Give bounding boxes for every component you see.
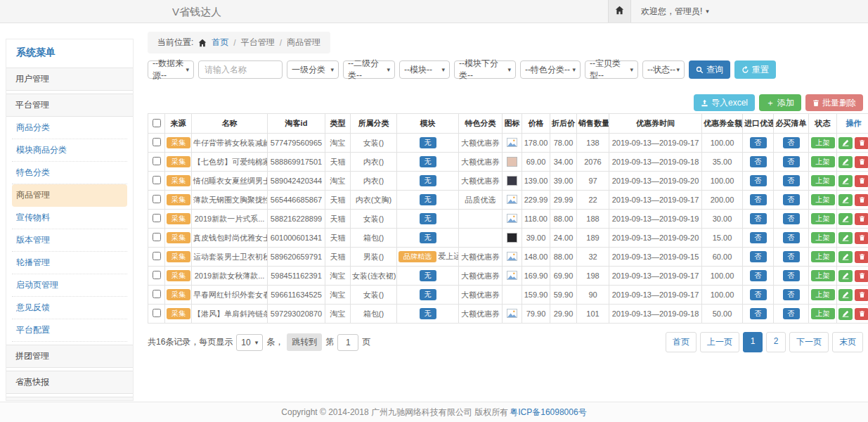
sidebar-item[interactable]: 平台配置 xyxy=(12,319,127,342)
must-buy-badge[interactable]: 否 xyxy=(783,175,800,186)
filter-select-module[interactable]: --模块--▾ xyxy=(399,60,450,79)
status-badge[interactable]: 上架 xyxy=(811,232,835,243)
edit-button[interactable] xyxy=(838,289,853,301)
jump-page-input[interactable] xyxy=(337,334,358,351)
import-select-badge[interactable]: 否 xyxy=(750,137,767,148)
edit-button[interactable] xyxy=(838,270,853,282)
import-select-badge[interactable]: 否 xyxy=(750,251,767,262)
filter-select-level1-category[interactable]: 一级分类▾ xyxy=(287,60,339,79)
filter-select-status[interactable]: --状态--▾ xyxy=(642,60,685,79)
status-badge[interactable]: 上架 xyxy=(811,308,835,319)
page-button[interactable]: 下一页 xyxy=(789,332,829,352)
jump-button[interactable]: 跳转到 xyxy=(287,333,322,351)
user-menu[interactable]: 欢迎您，管理员! ▾ xyxy=(631,0,709,23)
delete-button[interactable] xyxy=(855,251,868,263)
edit-button[interactable] xyxy=(838,194,853,206)
edit-button[interactable] xyxy=(838,251,853,263)
status-badge[interactable]: 上架 xyxy=(811,289,835,300)
per-page-select[interactable]: 10 ▾ xyxy=(236,334,263,351)
reset-button[interactable]: 重置 xyxy=(734,60,776,79)
row-checkbox[interactable] xyxy=(153,290,161,298)
must-buy-badge[interactable]: 否 xyxy=(783,137,800,148)
delete-button[interactable] xyxy=(855,308,868,320)
row-checkbox[interactable] xyxy=(153,214,161,222)
sidebar-item[interactable]: 商品分类 xyxy=(12,117,127,139)
icp-link[interactable]: 粤ICP备16098006号 xyxy=(510,407,586,418)
delete-button[interactable] xyxy=(855,270,868,282)
filter-select-item-type[interactable]: --宝贝类型--▾ xyxy=(585,60,638,79)
delete-button[interactable] xyxy=(855,213,868,225)
delete-button[interactable] xyxy=(855,156,868,168)
import-select-badge[interactable]: 否 xyxy=(750,308,767,319)
import-select-badge[interactable]: 否 xyxy=(750,232,767,243)
row-checkbox[interactable] xyxy=(153,157,161,165)
edit-button[interactable] xyxy=(838,175,853,187)
delete-button[interactable] xyxy=(855,175,868,187)
page-button[interactable]: 1 xyxy=(743,332,763,352)
sidebar-item[interactable]: 轮播管理 xyxy=(12,252,127,274)
delete-button[interactable] xyxy=(855,289,868,301)
search-button[interactable]: 查询 xyxy=(689,60,730,79)
sidebar-item[interactable]: 省惠快报 xyxy=(6,371,133,394)
status-badge[interactable]: 上架 xyxy=(811,156,835,167)
import-select-badge[interactable]: 否 xyxy=(750,270,767,281)
sidebar-item[interactable]: 模块商品分类 xyxy=(12,139,127,162)
edit-button[interactable] xyxy=(838,156,853,168)
sidebar-item[interactable]: 消息管理 xyxy=(6,397,133,401)
import-select-badge[interactable]: 否 xyxy=(750,194,767,205)
sidebar-item[interactable]: 意见反馈 xyxy=(12,297,127,319)
filter-select-feature-category[interactable]: --特色分类--▾ xyxy=(520,60,581,79)
sidebar-item[interactable]: 宣传物料 xyxy=(12,207,127,229)
page-button[interactable]: 首页 xyxy=(666,332,697,352)
page-button[interactable]: 上一页 xyxy=(700,332,739,352)
edit-button[interactable] xyxy=(838,213,853,225)
row-checkbox[interactable] xyxy=(153,195,161,203)
filter-name-input[interactable] xyxy=(198,60,283,79)
filter-select-data-source[interactable]: --数据来源--▾ xyxy=(148,60,194,79)
home-button[interactable] xyxy=(608,0,631,23)
sidebar-item[interactable]: 商品管理 xyxy=(12,184,127,207)
status-badge[interactable]: 上架 xyxy=(811,175,835,186)
delete-button[interactable] xyxy=(855,194,868,206)
status-badge[interactable]: 上架 xyxy=(811,137,835,148)
sidebar-item[interactable]: 启动页管理 xyxy=(12,274,127,297)
row-checkbox[interactable] xyxy=(153,252,161,260)
row-checkbox[interactable] xyxy=(153,271,161,279)
import-select-badge[interactable]: 否 xyxy=(750,213,767,224)
edit-button[interactable] xyxy=(838,308,853,320)
breadcrumb-home-link[interactable]: 首页 xyxy=(212,37,228,49)
must-buy-badge[interactable]: 否 xyxy=(783,213,800,224)
edit-button[interactable] xyxy=(838,137,853,149)
status-badge[interactable]: 上架 xyxy=(811,270,835,281)
row-checkbox[interactable] xyxy=(153,176,161,184)
must-buy-badge[interactable]: 否 xyxy=(783,232,800,243)
must-buy-badge[interactable]: 否 xyxy=(783,156,800,167)
import-select-badge[interactable]: 否 xyxy=(750,156,767,167)
select-all-checkbox[interactable] xyxy=(153,119,161,127)
must-buy-badge[interactable]: 否 xyxy=(783,270,800,281)
filter-select-level2-category[interactable]: --二级分类--▾ xyxy=(343,60,395,79)
page-button[interactable]: 末页 xyxy=(832,332,863,352)
row-checkbox[interactable] xyxy=(153,309,161,317)
add-button[interactable]: ＋ 添加 xyxy=(759,94,801,111)
status-badge[interactable]: 上架 xyxy=(811,194,835,205)
sidebar-item[interactable]: 版本管理 xyxy=(12,229,127,252)
delete-button[interactable] xyxy=(855,137,868,149)
edit-button[interactable] xyxy=(838,232,853,244)
sidebar-item[interactable]: 拼团管理 xyxy=(6,345,133,368)
status-badge[interactable]: 上架 xyxy=(811,251,835,262)
must-buy-badge[interactable]: 否 xyxy=(783,251,800,262)
sidebar-item[interactable]: 平台管理 xyxy=(6,94,133,117)
must-buy-badge[interactable]: 否 xyxy=(783,289,800,300)
page-button[interactable]: 2 xyxy=(766,332,786,352)
row-checkbox[interactable] xyxy=(153,138,161,146)
delete-button[interactable] xyxy=(855,232,868,244)
row-checkbox[interactable] xyxy=(153,233,161,241)
import-select-badge[interactable]: 否 xyxy=(750,175,767,186)
must-buy-badge[interactable]: 否 xyxy=(783,194,800,205)
import-select-badge[interactable]: 否 xyxy=(750,289,767,300)
must-buy-badge[interactable]: 否 xyxy=(783,308,800,319)
filter-select-module-subcategory[interactable]: --模块下分类--▾ xyxy=(454,60,516,79)
sidebar-item[interactable]: 特色分类 xyxy=(12,162,127,184)
import-excel-button[interactable]: 导入excel xyxy=(694,94,755,111)
